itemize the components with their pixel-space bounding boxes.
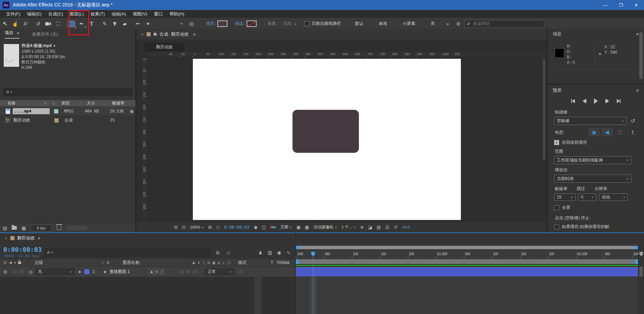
parent-column-header[interactable]: 父级 — [29, 260, 98, 266]
footage-row-name[interactable]: ....mp4 — [13, 108, 50, 114]
panel-menu-icon[interactable]: ≡ — [17, 31, 19, 36]
puppet-pin-tool[interactable]: ✦ — [143, 19, 153, 28]
footage-name[interactable]: 作业4-选做.mp4 ▼ — [21, 43, 65, 49]
layer-lock-toggle[interactable] — [19, 269, 24, 274]
composition-canvas[interactable] — [193, 59, 461, 220]
label-color-swatch[interactable] — [54, 118, 59, 123]
menu-item[interactable]: 合成(C) — [45, 11, 66, 17]
navigator-right-handle[interactable] — [635, 246, 638, 249]
play-cached-checkbox[interactable] — [554, 224, 559, 229]
time-ruler[interactable]: :00f05f10f15f20f01:00f05f10f15f20f02:00f… — [296, 251, 638, 259]
graph-editor-icon[interactable]: ∿ — [286, 250, 290, 255]
share-icon[interactable]: ↥ — [628, 128, 637, 136]
rotation-tool[interactable]: ↺ — [33, 19, 43, 28]
rectangle-tool[interactable] — [66, 19, 76, 28]
grid-options-icon[interactable]: ⊞ — [208, 225, 212, 230]
footage-thumbnail[interactable] — [3, 44, 19, 67]
stroke-label[interactable]: 描边: — [235, 21, 244, 27]
layer-row[interactable]: ⊙ ◎ 无∨ ▶ 1 ★ 形状图层 1 ♟ ✳ ╱ 正常∨ — [0, 267, 295, 277]
framerate-dropdown[interactable]: 15∨ — [554, 193, 576, 201]
shy-switch-icon[interactable]: ♟ — [150, 270, 154, 274]
maximize-button[interactable]: ❐ — [613, 0, 629, 10]
pan-behind-tool[interactable]: ⛶ — [53, 19, 63, 28]
project-row-footage[interactable]: ....mp4 MPEG 464 KB 29.536 ▦ — [0, 107, 136, 115]
resolution-preview-dropdown[interactable]: 自动∨ — [599, 193, 628, 201]
column-name[interactable]: 名称 ▼ — [0, 100, 50, 106]
layer-switches[interactable]: ♟ ✳ ╱ — [148, 268, 165, 275]
include-overlays-icon[interactable]: ⛶ — [614, 128, 626, 136]
label-color-swatch[interactable] — [54, 109, 59, 114]
layer-expand-arrow[interactable]: ▶ — [79, 270, 81, 273]
composition-mini-flowchart-icon[interactable]: ⧉ — [216, 250, 219, 256]
adjustment-switch-icon[interactable]: ▦ — [211, 261, 216, 265]
layer-duration-bar[interactable] — [296, 267, 638, 276]
resolution-dropdown[interactable]: 完整∨ — [280, 224, 292, 230]
lock-column-icon[interactable] — [18, 262, 21, 264]
workspace-item[interactable]: 库 — [431, 21, 435, 27]
region-of-interest-icon[interactable]: ▣ — [297, 225, 301, 230]
layer-switch-box[interactable] — [185, 269, 191, 274]
menu-item[interactable]: 编辑(E) — [24, 11, 45, 17]
fill-label[interactable]: 填充: — [206, 21, 215, 27]
cache-before-playback-checkbox[interactable] — [554, 140, 559, 145]
reset-exposure-icon[interactable]: ↺ — [394, 225, 397, 230]
column-label[interactable]: ⌂ — [50, 100, 59, 106]
layer-switch-box[interactable] — [192, 269, 198, 274]
workspace-item[interactable]: 默认 — [355, 21, 364, 27]
panel-close-icon[interactable]: × — [5, 236, 7, 241]
column-type[interactable]: 类型 — [59, 100, 85, 106]
menu-item[interactable]: 效果(T) — [87, 11, 108, 17]
brush-tool[interactable]: ✎ — [100, 19, 110, 28]
last-frame-button[interactable] — [614, 98, 623, 104]
include-audio-speaker-icon[interactable]: ◀) — [601, 128, 613, 136]
right-panel-scrollbar[interactable] — [639, 32, 643, 79]
pixel-aspect-icon[interactable]: ⊕ — [360, 225, 364, 230]
layer-name[interactable]: 形状图层 1 — [110, 269, 130, 275]
viewer-scrollbar[interactable] — [543, 59, 545, 160]
navigator-left-handle[interactable] — [296, 246, 299, 249]
work-area-bar[interactable] — [296, 259, 638, 264]
menu-item[interactable]: 视图(V) — [129, 11, 151, 17]
layer-switch-box[interactable] — [179, 269, 184, 274]
new-composition-icon[interactable]: ▦ — [21, 225, 26, 231]
comp-selector-tab[interactable]: 翻页动效 — [145, 43, 184, 51]
timeline-navigator-bar[interactable] — [296, 246, 638, 249]
range-dropdown[interactable]: 工作区域按当前时间延伸∨ — [554, 156, 631, 164]
minimize-button[interactable]: — — [598, 0, 613, 10]
work-area-end-handle[interactable] — [635, 259, 638, 264]
menu-item[interactable]: 动画(A) — [108, 11, 129, 17]
display-icon[interactable]: ⊡ — [182, 225, 185, 230]
clone-stamp-tool[interactable]: ♟ — [110, 19, 120, 28]
camera-view-dropdown[interactable]: 活动摄像机∨ — [313, 224, 337, 230]
frame-blend-icon[interactable]: ▥ — [268, 250, 272, 255]
workspace-overflow-chevrons[interactable]: » — [446, 21, 449, 27]
work-area-start-handle[interactable] — [296, 259, 299, 264]
trkmat-column-header[interactable]: TrkMat — [273, 260, 289, 265]
panel-menu-icon[interactable]: ≡ — [193, 32, 196, 37]
mask-visibility-icon[interactable]: ◻ — [216, 225, 220, 230]
always-preview-icon[interactable]: ⧉ — [174, 225, 177, 230]
close-button[interactable]: ✕ — [629, 0, 644, 10]
exposure-value[interactable]: +0.0 — [402, 225, 410, 230]
search-options-chevron[interactable]: ▼ — [51, 251, 54, 254]
shape-layer-rectangle[interactable] — [292, 110, 359, 153]
snapshot-icon[interactable]: ◉ — [254, 225, 257, 230]
interpret-footage-icon[interactable]: ▤ — [3, 225, 7, 231]
current-time-button[interactable]: 0:00:00:03 — [224, 225, 249, 230]
tab-effect-controls[interactable]: 效果控件 (无) — [32, 31, 58, 37]
shortcut-dropdown[interactable]: 空格键∨ — [554, 117, 627, 125]
new-folder-icon[interactable] — [12, 226, 17, 230]
timeline-button-icon[interactable]: ▤ — [377, 225, 381, 230]
project-row-composition[interactable]: 翻页动效 合成 25 — [0, 116, 136, 124]
motion-blur-icon[interactable]: ◉ — [277, 250, 281, 255]
tag-icon[interactable]: ⌂ — [100, 262, 104, 264]
motion-blur-switch-icon[interactable]: ◐ — [221, 261, 226, 265]
blend-mode-dropdown[interactable]: 正常∨ — [205, 268, 234, 275]
shy-switch-icon[interactable]: ♟ — [191, 261, 196, 265]
layer-name-column-header[interactable]: 图层名称 — [117, 260, 188, 266]
fast-preview-icon[interactable]: ◪ — [368, 225, 372, 230]
timeline-vertical-scrollbar[interactable] — [639, 267, 643, 277]
quality-switch-icon[interactable]: ╱ — [160, 270, 164, 274]
3d-switch-icon[interactable]: ⬡ — [226, 261, 231, 265]
layer-number-column-header[interactable]: # — [107, 260, 109, 265]
